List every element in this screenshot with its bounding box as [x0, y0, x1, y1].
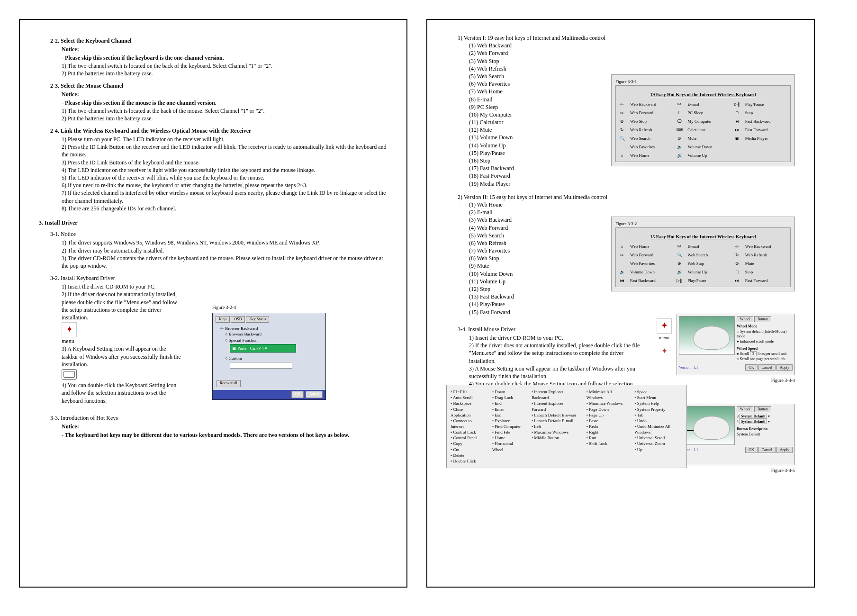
hotkey-icon: [734, 152, 740, 159]
custom-input[interactable]: [230, 362, 292, 369]
step-text: 1) Please turn on your PC. The LED indic…: [62, 136, 388, 143]
hotkey-label: E-mail: [687, 244, 730, 249]
heading-31: 3-1. Notice: [50, 230, 388, 238]
cancel-button[interactable]: Cancel: [758, 364, 776, 371]
hotkey-label: Web Backward: [745, 244, 787, 249]
hotkey-icon: 🔍: [619, 135, 625, 142]
tab-wheel[interactable]: Wheel: [737, 406, 753, 412]
radio-label[interactable]: Enhanced scroll mode: [740, 339, 774, 344]
function-item: Left: [532, 424, 577, 429]
hotkey-icon: [619, 144, 625, 150]
page-right: 1) Version I: 19 easy hot keys of Intern…: [426, 19, 815, 588]
step-text: 7) If the selected channel is interfered…: [62, 189, 388, 204]
tab[interactable]: Key Status: [246, 316, 269, 323]
step-text: 2) If the driver does not automatically …: [469, 342, 645, 365]
function-item: Page Down: [586, 407, 625, 412]
menu-label: menu: [659, 335, 669, 340]
hotkey-icon: ↻: [619, 127, 625, 133]
hotkey-icon: ⊘: [676, 135, 683, 142]
hotkey-label: My Computer: [687, 118, 730, 124]
figure-3-2-4: Figure 3-2-4 Keys OSD Key Status ⇐ Brows…: [212, 304, 326, 400]
hotkey-icon: ⌂: [619, 243, 625, 250]
hotkey-icon: [734, 144, 740, 150]
menu-icon: ✦: [657, 318, 672, 334]
function-item: Up: [634, 447, 683, 453]
function-item: Interent Explorer Forward: [532, 400, 577, 412]
step-text: 2) Put the batteries into the battery ca…: [62, 115, 388, 122]
apply-button[interactable]: Apply: [776, 447, 793, 453]
function-item: Enter: [492, 407, 522, 412]
hotkey-label: Media Player: [745, 136, 787, 141]
function-item: Universal Scroll: [634, 435, 683, 441]
tab-button[interactable]: Button: [754, 316, 771, 322]
figure-heading: 19 Easy Hot Keys of the Internet Wireles…: [619, 91, 787, 98]
dropdown[interactable]: System Default: [740, 419, 767, 424]
hotkey-icon: 🔊: [676, 269, 683, 275]
page-left: 2-2. Select the Keyboard Channel Notice:…: [19, 19, 407, 588]
hotkey-icon: ▣: [734, 135, 740, 142]
radio-label[interactable]: Browser Backward: [229, 332, 262, 336]
heading-24: 2-4. Link the Wireless Keyboard and the …: [50, 127, 388, 135]
hotkey-item: (3) Web Stop: [469, 57, 795, 65]
hotkey-label: Web Forward: [630, 110, 672, 116]
hotkey-icon: ⏮: [619, 277, 625, 284]
function-item: Lanuch Default Browser: [532, 412, 577, 418]
hotkey-label: Mute: [745, 261, 787, 266]
hotkey-icon: ✉: [676, 101, 683, 108]
tab-button[interactable]: Button: [754, 406, 771, 412]
function-item: Close Application: [451, 407, 483, 418]
radio-label[interactable]: Scroll one page per scroll unit.: [740, 357, 786, 361]
hotkey-icon: ☾: [676, 109, 683, 116]
paste-option[interactable]: Paste [ Ctrl-V ]: [237, 346, 263, 351]
radio-label[interactable]: Custom: [229, 356, 242, 361]
function-item: Run…: [586, 435, 625, 441]
function-item: Shift Lock: [586, 441, 625, 446]
step-text: 3) The driver CD-ROM contents the driver…: [62, 254, 388, 270]
function-item: Undo: [634, 418, 683, 424]
hotkey-label: Web Favorites: [630, 261, 672, 266]
recover-button[interactable]: Recover all: [217, 380, 241, 387]
radio-label[interactable]: Special Function: [229, 338, 258, 343]
hotkey-icon: □: [734, 109, 740, 116]
hotkey-icon: ⊘: [734, 260, 740, 267]
mouse-image: [694, 416, 730, 440]
cancel-button[interactable]: Cancel: [306, 391, 323, 398]
function-item: Explorer: [492, 418, 522, 424]
function-item: Down: [492, 389, 522, 395]
hotkey-icon: ⊗: [619, 118, 625, 125]
function-item: Right: [586, 429, 625, 435]
function-item: Drag Lock: [492, 395, 522, 400]
menu-label: menu: [62, 338, 74, 344]
function-item: Double Click: [451, 458, 483, 464]
hotkey-icon: ⇨: [619, 252, 625, 258]
step-text: 3) A Mouse Setting icon will appear on t…: [469, 365, 645, 380]
dropdown[interactable]: System Default: [740, 414, 767, 419]
ok-button[interactable]: OK: [745, 447, 758, 453]
hotkey-icon: ⌨: [676, 127, 683, 133]
step-text: 6) If you need to re-link the mouse, the…: [62, 181, 388, 189]
cancel-button[interactable]: Cancel: [758, 447, 776, 453]
hotkey-label: Play/Pause: [687, 278, 730, 283]
function-item: Control Lock: [451, 429, 483, 435]
hotkey-item: (1) Web Home: [469, 201, 795, 208]
hotkey-item: (1) Web Backward: [469, 42, 795, 49]
ok-button[interactable]: OK: [745, 364, 758, 371]
step-text: 3) A Keyboard Setting icon will appear o…: [62, 345, 181, 368]
apply-button[interactable]: Apply: [776, 364, 793, 371]
wheel-mode-label: Wheel Mode: [737, 324, 792, 329]
figure-3-3-2: Figure 3-3-2 15 Easy Hot Keys of the Int…: [611, 217, 795, 291]
tab[interactable]: OSD: [231, 316, 245, 323]
hotkey-icon: ▷∥: [734, 101, 740, 108]
hotkey-icon: □: [734, 269, 740, 275]
hotkey-label: Web Backward: [630, 101, 672, 107]
function-item: Find Computer: [492, 424, 522, 429]
radio-label[interactable]: System default (Intelli-Mouse) mode: [737, 329, 787, 339]
function-item: Esc: [492, 412, 522, 418]
tab-wheel[interactable]: Wheel: [737, 316, 753, 322]
function-item: Minimize Windows: [586, 400, 625, 406]
step-text: 8) There are 256 changeable IDs for each…: [62, 205, 388, 212]
ok-button[interactable]: OK: [291, 391, 304, 398]
function-item: Horizontal Wheel: [492, 441, 522, 452]
tab[interactable]: Keys: [216, 316, 230, 323]
hotkey-icon: ⇨: [619, 109, 625, 116]
